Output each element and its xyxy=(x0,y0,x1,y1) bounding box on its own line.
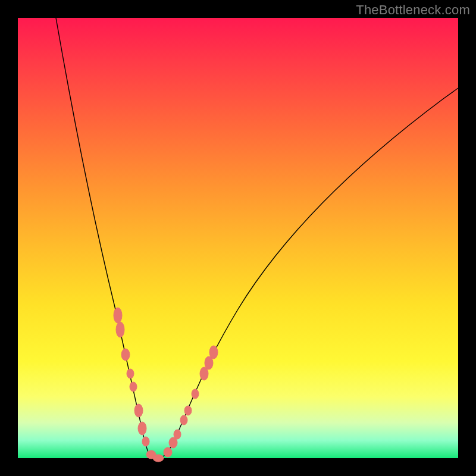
data-marker xyxy=(192,389,199,399)
data-marker xyxy=(138,422,146,435)
data-marker xyxy=(121,349,130,361)
data-marker xyxy=(142,437,149,446)
data-marker xyxy=(180,415,187,425)
data-marker xyxy=(134,404,143,417)
data-marker xyxy=(127,369,134,378)
data-marker xyxy=(116,322,124,337)
data-marker xyxy=(209,346,218,359)
watermark-text: TheBottleneck.com xyxy=(356,2,470,18)
curve-layer xyxy=(18,18,458,458)
data-marker xyxy=(114,308,122,323)
data-marker xyxy=(184,406,192,415)
marker-group xyxy=(114,308,218,462)
data-marker xyxy=(153,455,164,462)
data-marker xyxy=(130,382,137,392)
plot-area xyxy=(18,18,458,458)
data-marker xyxy=(164,447,172,457)
chart-frame: TheBottleneck.com xyxy=(0,0,476,476)
data-marker xyxy=(174,430,181,439)
bottleneck-curve xyxy=(56,18,458,458)
